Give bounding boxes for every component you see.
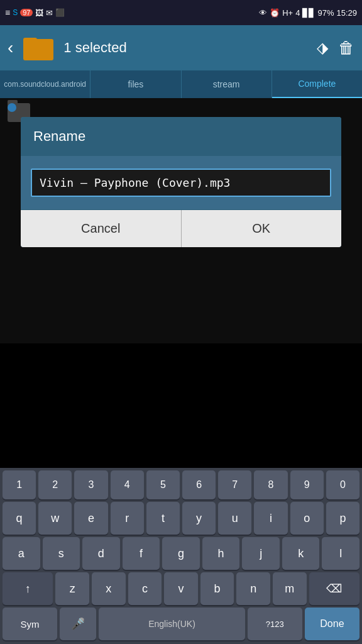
message-icon: ✉ [46,8,53,18]
battery-text: 97% [317,8,334,18]
hash-icon: H+ [282,8,293,18]
key-0[interactable]: 0 [326,470,359,499]
dialog-title: Rename [33,128,85,144]
action-bar: ‹ 1 selected ⬗ 🗑 [0,25,362,70]
keyboard-bottom-row: Sym 🎤 English(UK) ?123 Done [0,605,362,644]
keyboard-row-numbers: 1 2 3 4 5 6 7 8 9 0 [0,468,362,499]
space-key[interactable]: English(UK) [99,608,244,640]
sym-key[interactable]: Sym [3,608,57,640]
key-2[interactable]: 2 [38,470,72,499]
key-7[interactable]: 7 [218,470,251,499]
alarm-icon: ⏰ [270,8,280,18]
signal-icon: ▊▊ [302,8,315,18]
key-i[interactable]: i [254,502,287,535]
tab-stream[interactable]: stream [182,70,272,98]
tab-files[interactable]: files [90,70,181,98]
rename-dialog: Rename Cancel OK [21,117,341,247]
key-s[interactable]: s [43,537,80,570]
sim-icon: 4 [295,8,300,18]
folder-icon [23,35,53,60]
status-bar-right: 👁 ⏰ H+ 4 ▊▊ 97% 15:29 [259,8,357,18]
delete-button[interactable]: 🗑 [338,38,354,58]
key-8[interactable]: 8 [254,470,287,499]
notification-count: 97 [20,9,33,16]
key-v[interactable]: v [164,572,198,605]
rename-input[interactable] [31,169,331,197]
key-4[interactable]: 4 [111,470,144,499]
key-6[interactable]: 6 [182,470,216,499]
key-q[interactable]: q [3,502,36,535]
key-l[interactable]: l [322,537,359,570]
key-o[interactable]: o [290,502,324,535]
tab-bar: com.soundcloud.android files stream Comp… [0,70,362,98]
selected-count-label: 1 selected [63,40,307,56]
key-m[interactable]: m [273,572,307,605]
key-u[interactable]: u [218,502,251,535]
key-y[interactable]: y [182,502,216,535]
key-r[interactable]: r [111,502,144,535]
status-bar: ≡ S 97 🖼 ✉ ⬛ 👁 ⏰ H+ 4 ▊▊ 97% 15:29 [0,0,362,25]
backspace-key[interactable]: ⌫ [309,572,359,605]
key-t[interactable]: t [146,502,180,535]
key-a[interactable]: a [3,537,40,570]
key-d[interactable]: d [82,537,120,570]
gallery-icon: 🖼 [35,8,43,18]
back-button[interactable]: ‹ [8,38,13,58]
tab-soundcloud[interactable]: com.soundcloud.android [0,70,90,98]
done-key[interactable]: Done [305,608,359,640]
key-e[interactable]: e [74,502,107,535]
keyboard-row-asdf: a s d f g h j k l [0,535,362,570]
shift-key[interactable]: ↑ [3,572,53,605]
key-g[interactable]: g [162,537,200,570]
share-button[interactable]: ⬗ [317,39,328,57]
key-n[interactable]: n [236,572,270,605]
key-1[interactable]: 1 [3,470,36,499]
menu-icon: ≡ [5,8,10,18]
key-c[interactable]: c [128,572,162,605]
dialog-body [21,156,341,209]
skype-icon: S [13,8,18,17]
mic-key[interactable]: 🎤 [60,608,96,640]
cancel-button[interactable]: Cancel [21,210,182,247]
key-f[interactable]: f [123,537,160,570]
ok-button[interactable]: OK [182,210,342,247]
keyboard: 1 2 3 4 5 6 7 8 9 0 q w e r t y u i o p … [0,468,362,644]
keyboard-row-qwerty: q w e r t y u i o p [0,499,362,535]
key-w[interactable]: w [38,502,72,535]
tab-complete[interactable]: Complete [272,70,362,98]
bbm-icon: ⬛ [55,8,65,17]
key-z[interactable]: z [55,572,89,605]
key-k[interactable]: k [282,537,320,570]
key-x[interactable]: x [92,572,126,605]
dialog-overlay: Rename Cancel OK [0,98,362,343]
time-display: 15:29 [336,8,357,18]
key-5[interactable]: 5 [146,470,180,499]
keyboard-row-zxcv: ↑ z x c v b n m ⌫ [0,570,362,605]
key-p[interactable]: p [326,502,359,535]
status-bar-left: ≡ S 97 🖼 ✉ ⬛ [5,8,65,18]
key-h[interactable]: h [202,537,240,570]
eye-icon: 👁 [259,8,267,18]
dialog-buttons: Cancel OK [21,209,341,247]
key-j[interactable]: j [242,537,280,570]
key-9[interactable]: 9 [290,470,324,499]
file-area: Rename Cancel OK [0,98,362,343]
special-key[interactable]: ?123 [248,608,302,640]
dialog-header: Rename [21,117,341,156]
key-b[interactable]: b [200,572,234,605]
key-3[interactable]: 3 [74,470,107,499]
